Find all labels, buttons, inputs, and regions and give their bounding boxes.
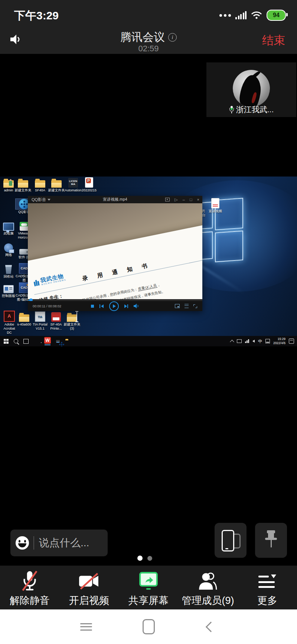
logo-mark-icon (33, 279, 39, 286)
battery-icon: 94 (267, 10, 286, 21)
mic-level-icon (229, 106, 234, 113)
wifi-icon (251, 11, 262, 20)
desktop-icon-this-pc: 此电脑 (0, 220, 17, 236)
end-meeting-button[interactable]: 结束 (262, 33, 285, 48)
status-icons: 94 (219, 10, 286, 21)
shared-screen-view[interactable]: admin 新建文件夹 SF40A 新建文件夹 LICENMA Automati… (0, 177, 297, 346)
desktop-icon-20220215: P 20220215 (81, 177, 98, 192)
tray-expand-icon (230, 340, 234, 344)
tray-network-icon (245, 339, 249, 343)
stop-icon (91, 305, 94, 308)
text-cursor-icon (76, 311, 77, 322)
unmute-button[interactable]: 解除静音 (0, 566, 59, 609)
tray-monitor-icon (237, 339, 242, 343)
share-screen-icon (138, 572, 159, 590)
manage-members-button[interactable]: 管理成员(9) (178, 566, 238, 609)
share-screen-button[interactable]: 共享屏幕 (119, 566, 178, 609)
emoji-icon[interactable] (16, 536, 29, 550)
desktop-icon-s40a600: s-40a600 (16, 311, 33, 327)
participant-name: 浙江我武... (236, 104, 274, 115)
pin-view-button[interactable] (255, 523, 287, 558)
offer-letter-document: 我武生物 WOLWO PHARMA 录 用 通 知 书 徐超 先生： 您好！很高… (28, 220, 202, 299)
chat-placeholder: 说点什么... (39, 536, 89, 550)
nav-home-button[interactable] (134, 609, 163, 644)
start-video-button[interactable]: 开启视频 (59, 566, 119, 609)
page-dot-active (137, 556, 143, 561)
desktop-icon-presentation-video: 宣讲视频 (206, 198, 225, 213)
search-icon (14, 339, 18, 343)
participant-tile[interactable]: 浙江我武... (206, 62, 296, 117)
taskbar-clock: 15:29 2022/4/6 (273, 337, 285, 345)
document-salutation: 徐超 先生： (38, 293, 64, 299)
play-icon (109, 301, 119, 311)
task-view-icon (23, 339, 29, 344)
maximize-icon: □ (190, 197, 192, 202)
clock-text: 下午3:29 (14, 8, 59, 23)
pin-icon (264, 530, 278, 551)
more-button[interactable]: 更多 (238, 566, 297, 609)
camera-off-icon (78, 573, 100, 590)
qq-player-window: QQ影音 宣讲视频.mp4 ▷ – □ × (28, 196, 202, 311)
volume-icon (134, 304, 139, 308)
menu-icon (80, 621, 92, 632)
page-indicator (137, 556, 152, 561)
rotate-screen-icon (220, 530, 241, 551)
playlist-icon (185, 304, 189, 308)
meeting-app-screen: 下午3:29 94 腾讯会议 (0, 0, 297, 644)
system-tray: 中 15:29 2022/4/6 (231, 336, 294, 346)
close-icon: × (197, 197, 199, 202)
meeting-title: 腾讯会议 (120, 30, 165, 45)
snapshot-icon (165, 198, 170, 201)
more-icon (258, 575, 276, 588)
screenshot-icon (175, 304, 180, 308)
chat-input[interactable]: 说点什么... (10, 530, 108, 556)
tray-volume-icon (252, 340, 255, 343)
taskbar-app-wps: W (44, 337, 51, 345)
home-icon (143, 619, 155, 634)
desktop-icon-new-folder: 新建文件夹 (14, 177, 32, 192)
window-controls: ▷ – □ × (165, 197, 199, 202)
player-control-bar: 00:00:11 / 00:08:02 (28, 301, 202, 311)
next-icon (124, 304, 128, 308)
meeting-timer: 02:59 (0, 44, 297, 54)
input-method-indicator: 中 (258, 339, 262, 344)
desktop-icon-tia-portal: TIA TIA Portal V15.1 (32, 311, 49, 331)
status-bar: 下午3:29 94 (0, 8, 297, 23)
nav-back-button[interactable] (196, 609, 226, 644)
tray-touch-keyboard-icon (265, 339, 270, 343)
desktop-icon-network: 网络 (0, 242, 17, 257)
nav-menu-button[interactable] (71, 609, 101, 644)
avatar (233, 70, 270, 107)
info-icon[interactable] (168, 33, 177, 42)
fullscreen-icon (193, 304, 197, 308)
desktop-icon-sf40a-printer: SF-40A Printe... (48, 311, 65, 331)
desktop-icon-automation: LICENMA Automation (65, 177, 82, 192)
divider (33, 536, 34, 550)
back-icon (206, 621, 216, 632)
members-icon (198, 572, 218, 590)
windows-taskbar: W 中 15:29 2022/4/6 (0, 336, 297, 346)
desktop-icon-new-folder-2: 新建文件夹 (48, 177, 65, 192)
popup-play-icon: ▷ (174, 197, 177, 202)
video-content: 我武生物 WOLWO PHARMA 录 用 通 知 书 徐超 先生： 您好！很高… (28, 203, 202, 299)
android-navbar (0, 609, 297, 644)
signal-strength-icon (235, 11, 247, 19)
player-title-bar: QQ影音 宣讲视频.mp4 ▷ – □ × (28, 196, 202, 203)
meeting-toolbar: 解除静音 开启视频 共享屏幕 (0, 566, 297, 609)
user-badge-icon (9, 181, 12, 186)
top-header-block: 下午3:29 94 腾讯会议 (0, 0, 297, 54)
battery-percent: 94 (273, 12, 280, 19)
desktop-icon-control-panel: 控制面板 (0, 283, 17, 298)
page-dot (147, 556, 152, 561)
mic-muted-icon (20, 570, 39, 592)
minimize-icon: – (183, 197, 185, 202)
previous-icon (99, 304, 104, 308)
notification-dots-icon (219, 14, 231, 17)
action-center-icon (289, 339, 294, 344)
windows-logo-pane (215, 230, 243, 262)
desktop-icon-new-folder-3: 新建文件夹 (3) (63, 311, 81, 331)
start-icon (4, 339, 9, 344)
rotate-screen-button[interactable] (215, 523, 247, 558)
taskbar-app-qq-player (56, 340, 60, 343)
desktop-icon-sf40a: SF40A (32, 177, 49, 192)
